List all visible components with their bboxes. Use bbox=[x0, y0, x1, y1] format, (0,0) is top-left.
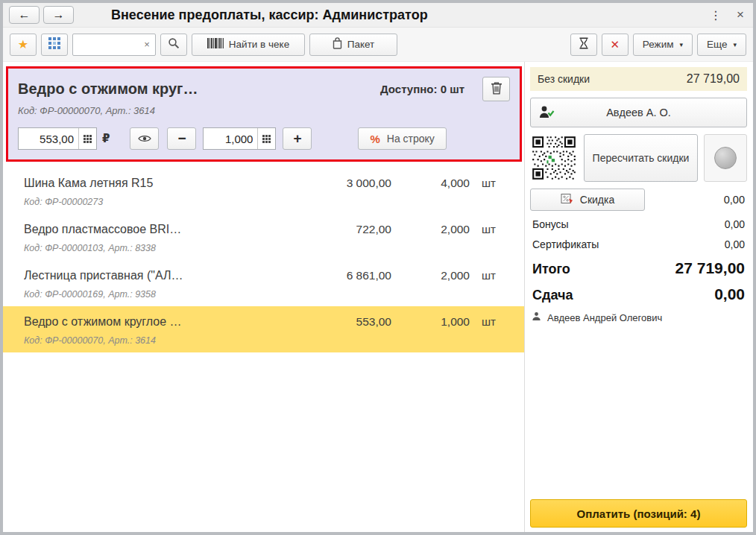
customer-card-label: Авдеев А. О. bbox=[606, 107, 671, 118]
item-quantity: 2,000 bbox=[391, 269, 470, 282]
cancel-receipt-button[interactable]: ✕ bbox=[602, 34, 629, 56]
mode-dropdown[interactable]: Режим ▾ bbox=[633, 34, 693, 56]
quantity-field-group bbox=[203, 127, 276, 150]
decrease-qty-button[interactable]: − bbox=[167, 127, 196, 150]
forward-arrow-icon: → bbox=[53, 8, 65, 22]
item-code: Код: ФР-00000103, Арт.: 8338 bbox=[24, 243, 511, 253]
window-title: Внесение предоплаты, кассир: Администрат… bbox=[111, 7, 428, 23]
item-quantity: 1,000 bbox=[391, 315, 470, 329]
back-button[interactable]: ← bbox=[9, 6, 40, 24]
summary-sidebar: Без скидки 27 719,00 Авдеев А. О. bbox=[525, 62, 753, 532]
item-row-selected[interactable]: Ведро с отжимом круглое … 553,00 1,000 ш… bbox=[3, 306, 524, 352]
increase-qty-button[interactable]: + bbox=[283, 127, 312, 150]
total-row: Итого 27 719,00 bbox=[530, 258, 747, 277]
trash-icon bbox=[491, 81, 503, 98]
star-icon: ★ bbox=[18, 37, 28, 51]
person-check-icon bbox=[538, 105, 555, 121]
quantity-input[interactable] bbox=[204, 128, 257, 149]
forward-button[interactable]: → bbox=[43, 6, 74, 24]
nav-buttons: ← → bbox=[9, 6, 74, 24]
qr-row: Пересчитать скидки bbox=[530, 134, 747, 182]
functions-menu-button[interactable] bbox=[41, 34, 68, 56]
selected-item-header: Ведро с отжимом круг… Доступно: 0 шт bbox=[18, 77, 510, 101]
certificates-row: Сертификаты 0,00 bbox=[530, 238, 747, 251]
discount-row: Скидка 0,00 bbox=[530, 189, 747, 211]
postpone-button[interactable] bbox=[570, 34, 597, 56]
item-main: Ведро пластмассовое BRI… 722,00 2,000 шт bbox=[24, 223, 511, 236]
delete-line-button[interactable] bbox=[482, 77, 510, 101]
loyalty-token-button[interactable] bbox=[704, 134, 747, 182]
titlebar-controls: ⋮ × bbox=[710, 7, 744, 22]
bonus-row: Бонусы 0,00 bbox=[530, 218, 747, 231]
no-discount-value: 27 719,00 bbox=[687, 72, 740, 86]
find-in-receipt-label: Найти в чеке bbox=[229, 39, 289, 50]
kebab-menu-icon[interactable]: ⋮ bbox=[710, 8, 722, 22]
item-main: Ведро с отжимом круглое … 553,00 1,000 ш… bbox=[24, 315, 511, 329]
certificates-value: 0,00 bbox=[725, 238, 745, 250]
recalculate-discounts-button[interactable]: Пересчитать скидки bbox=[584, 134, 698, 182]
no-discount-label: Без скидки bbox=[538, 73, 590, 85]
change-value: 0,00 bbox=[714, 285, 745, 303]
item-code: Код: ФР-00000169, Арт.: 9358 bbox=[24, 289, 511, 300]
item-name: Шина Кама летняя R15 bbox=[24, 177, 302, 190]
discount-card-icon bbox=[561, 193, 573, 206]
chevron-down-icon: ▾ bbox=[679, 41, 683, 48]
person-icon bbox=[532, 311, 541, 323]
item-price: 553,00 bbox=[302, 315, 391, 329]
numpad-icon[interactable] bbox=[78, 128, 96, 149]
certificates-label: Сертификаты bbox=[532, 238, 599, 250]
packet-button[interactable]: Пакет bbox=[309, 34, 397, 56]
more-dropdown[interactable]: Еще ▾ bbox=[697, 34, 746, 56]
item-row[interactable]: Ведро пластмассовое BRI… 722,00 2,000 шт… bbox=[3, 214, 524, 260]
numpad-icon[interactable] bbox=[257, 128, 275, 149]
hourglass-icon bbox=[579, 37, 589, 51]
item-code: Код: ФР-00000273 bbox=[24, 197, 511, 207]
titlebar: ← → Внесение предоплаты, кассир: Админис… bbox=[3, 3, 753, 28]
bag-icon bbox=[333, 37, 342, 51]
close-icon[interactable]: × bbox=[737, 7, 744, 22]
mode-label: Режим bbox=[643, 39, 674, 50]
bonus-label: Бонусы bbox=[532, 218, 569, 230]
chevron-down-icon: ▾ bbox=[733, 41, 737, 48]
item-main: Шина Кама летняя R15 3 000,00 4,000 шт bbox=[24, 177, 511, 190]
item-code: Код: ФР-00000070, Арт.: 3614 bbox=[24, 335, 511, 346]
grid-icon bbox=[48, 37, 60, 51]
more-label: Еще bbox=[707, 39, 727, 50]
pay-button[interactable]: Оплатить (позиций: 4) bbox=[530, 499, 747, 528]
no-discount-row: Без скидки 27 719,00 bbox=[530, 67, 747, 91]
item-unit: шт bbox=[470, 315, 511, 328]
item-row[interactable]: Лестница приставная ("АЛ… 6 861,00 2,000… bbox=[3, 260, 524, 306]
price-field-group bbox=[18, 127, 97, 150]
favorites-button[interactable]: ★ bbox=[10, 34, 37, 56]
selected-item-panel: Ведро с отжимом круг… Доступно: 0 шт Код… bbox=[6, 66, 522, 162]
view-line-button[interactable] bbox=[130, 127, 159, 150]
content: Ведро с отжимом круг… Доступно: 0 шт Код… bbox=[3, 62, 753, 532]
find-in-receipt-button[interactable]: Найти в чеке bbox=[192, 34, 305, 56]
selected-item-available: Доступно: 0 шт bbox=[380, 83, 464, 95]
item-price: 722,00 bbox=[302, 223, 391, 236]
search-button[interactable] bbox=[160, 34, 187, 56]
search-input[interactable] bbox=[73, 34, 139, 55]
ruble-sign: ₽ bbox=[102, 132, 110, 145]
item-main: Лестница приставная ("АЛ… 6 861,00 2,000… bbox=[24, 269, 511, 282]
search-icon bbox=[168, 37, 180, 51]
total-label: Итого bbox=[532, 262, 570, 277]
customer-name: Авдеев Андрей Олегович bbox=[547, 312, 662, 323]
pos-window: ← → Внесение предоплаты, кассир: Админис… bbox=[0, 0, 756, 535]
customer-card-button[interactable]: Авдеев А. О. bbox=[530, 98, 747, 127]
clear-search-icon[interactable]: × bbox=[139, 39, 155, 50]
selected-item-code: Код: ФР-00000070, Арт.: 3614 bbox=[18, 105, 510, 116]
plus-icon: + bbox=[293, 130, 301, 147]
percent-icon: % bbox=[370, 133, 379, 145]
line-discount-button[interactable]: % На строку bbox=[358, 127, 446, 150]
price-input[interactable] bbox=[19, 128, 78, 149]
discount-button[interactable]: Скидка bbox=[530, 189, 645, 211]
qr-code bbox=[530, 134, 578, 182]
item-name: Ведро пластмассовое BRI… bbox=[24, 223, 302, 236]
recalculate-discounts-label: Пересчитать скидки bbox=[593, 151, 690, 165]
selected-item-name: Ведро с отжимом круг… bbox=[18, 80, 370, 98]
minus-icon: − bbox=[177, 130, 186, 147]
item-row[interactable]: Шина Кама летняя R15 3 000,00 4,000 шт К… bbox=[3, 168, 524, 214]
item-price: 6 861,00 bbox=[302, 269, 391, 282]
discount-value: 0,00 bbox=[724, 194, 747, 206]
